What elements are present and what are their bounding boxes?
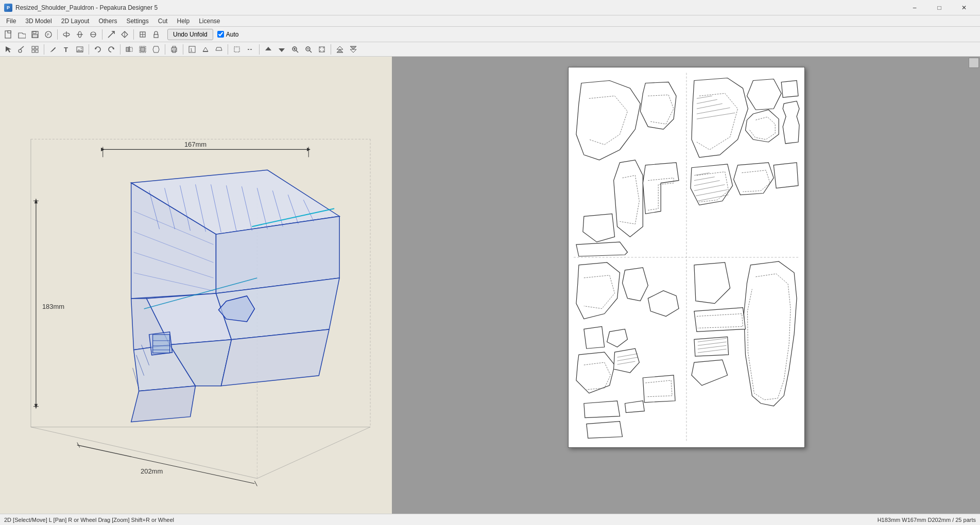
join-button[interactable] <box>150 43 162 56</box>
separator2 <box>102 29 102 40</box>
pen-tool[interactable] <box>47 43 59 56</box>
svg-marker-43 <box>203 47 208 51</box>
unfold-button[interactable] <box>118 28 131 41</box>
separator5 <box>89 44 89 55</box>
expand-button[interactable] <box>334 43 346 56</box>
menu-2dlayout[interactable]: 2D Layout <box>57 16 94 26</box>
export-pdo-button[interactable]: P <box>42 28 55 41</box>
main-area: 167mm 183mm 202mm <box>0 57 980 514</box>
select-all-button[interactable] <box>136 43 149 56</box>
show-folds-button[interactable] <box>244 43 256 56</box>
status-right: H183mm W167mm D202mm / 25 parts <box>878 517 976 523</box>
svg-text:167mm: 167mm <box>184 141 207 148</box>
menu-others[interactable]: Others <box>94 16 121 26</box>
corner-marker <box>969 58 979 68</box>
tab-button[interactable] <box>213 43 225 56</box>
edge-id-button[interactable]: 1 <box>186 43 198 56</box>
separator9 <box>228 44 228 55</box>
separator6 <box>120 44 121 55</box>
svg-marker-48 <box>265 47 271 50</box>
titlebar: P Resized_Shoulder_Pauldron - Pepakura D… <box>0 0 980 15</box>
minimize-button[interactable]: – <box>903 0 926 15</box>
svg-rect-23 <box>32 50 35 52</box>
svg-rect-2 <box>8 31 11 33</box>
text-tool[interactable]: T <box>60 43 73 56</box>
svg-marker-63 <box>337 49 343 52</box>
undo-unfold-button[interactable]: Undo Unfold <box>167 29 213 40</box>
svg-text:183mm: 183mm <box>42 303 64 310</box>
rotate-x-button[interactable] <box>60 28 73 41</box>
scale-button[interactable] <box>105 28 117 41</box>
flip-h-button[interactable] <box>123 43 135 56</box>
separator11 <box>331 44 331 55</box>
new-button[interactable] <box>2 28 14 41</box>
menu-cut[interactable]: Cut <box>154 16 172 26</box>
rotate-y-button[interactable] <box>74 28 86 41</box>
undo-unfold-label: Undo Unfold <box>173 31 208 38</box>
close-button[interactable]: ✕ <box>952 0 976 15</box>
svg-rect-19 <box>154 34 158 38</box>
svg-line-51 <box>296 50 298 52</box>
separator4 <box>44 44 44 55</box>
paint-tool[interactable] <box>15 43 28 56</box>
svg-marker-97 <box>131 386 196 422</box>
page-up-button[interactable] <box>262 43 274 56</box>
svg-marker-36 <box>153 46 159 52</box>
page-down-button[interactable] <box>276 43 288 56</box>
app-icon: P <box>4 4 12 12</box>
open-button[interactable] <box>15 28 28 41</box>
menu-help[interactable]: Help <box>173 16 194 26</box>
svg-text:1: 1 <box>190 47 193 52</box>
separator1 <box>57 29 58 40</box>
auto-checkbox-container: Auto <box>217 31 239 38</box>
svg-text:T: T <box>64 46 68 54</box>
toolbar2: T 1 <box>0 42 980 57</box>
svg-rect-35 <box>141 47 145 51</box>
menu-3dmodel[interactable]: 3D Model <box>21 16 56 26</box>
zoom-out-button[interactable] <box>302 43 315 56</box>
zoom-in-button[interactable] <box>289 43 301 56</box>
select-tool[interactable] <box>2 43 14 56</box>
rotate-z-button[interactable] <box>87 28 99 41</box>
svg-rect-40 <box>176 49 177 49</box>
settings2d-button[interactable] <box>136 28 149 41</box>
svg-point-28 <box>81 47 82 49</box>
svg-line-55 <box>310 50 312 52</box>
redo-button[interactable] <box>105 43 117 56</box>
toolbar1: P Undo Unfold Auto <box>0 27 980 42</box>
undo-button[interactable] <box>92 43 104 56</box>
print-button[interactable] <box>168 43 180 56</box>
image-tool[interactable] <box>74 43 86 56</box>
menu-settings[interactable]: Settings <box>122 16 152 26</box>
menu-file[interactable]: File <box>2 16 20 26</box>
svg-marker-49 <box>279 48 285 52</box>
svg-rect-32 <box>130 47 132 51</box>
menubar: File 3D Model 2D Layout Others Settings … <box>0 15 980 27</box>
svg-marker-27 <box>77 49 83 52</box>
show-boundary-button[interactable] <box>231 43 243 56</box>
auto-label: Auto <box>226 31 239 38</box>
save-button[interactable] <box>29 28 41 41</box>
maximize-button[interactable]: □ <box>927 0 951 15</box>
svg-marker-64 <box>350 46 356 49</box>
separator8 <box>183 44 183 55</box>
3d-view[interactable]: 167mm 183mm 202mm <box>0 57 392 514</box>
separator3 <box>133 29 134 40</box>
grid-tool[interactable] <box>29 43 41 56</box>
svg-rect-21 <box>32 46 35 49</box>
statusbar: 2D [Select/Move] L [Pan] R or Wheel Drag… <box>0 514 980 525</box>
svg-rect-31 <box>126 47 129 51</box>
svg-point-20 <box>19 49 22 52</box>
svg-rect-117 <box>153 335 170 353</box>
svg-rect-22 <box>36 46 38 49</box>
svg-marker-62 <box>337 46 343 49</box>
lock-button[interactable] <box>150 28 162 41</box>
fit-button[interactable] <box>316 43 328 56</box>
svg-text:P: P <box>47 33 49 37</box>
flap-button[interactable] <box>199 43 212 56</box>
collapse-button[interactable] <box>347 43 359 56</box>
auto-checkbox[interactable] <box>217 31 224 38</box>
menu-license[interactable]: License <box>195 16 224 26</box>
svg-rect-46 <box>234 47 239 52</box>
2d-view[interactable] <box>392 57 980 514</box>
